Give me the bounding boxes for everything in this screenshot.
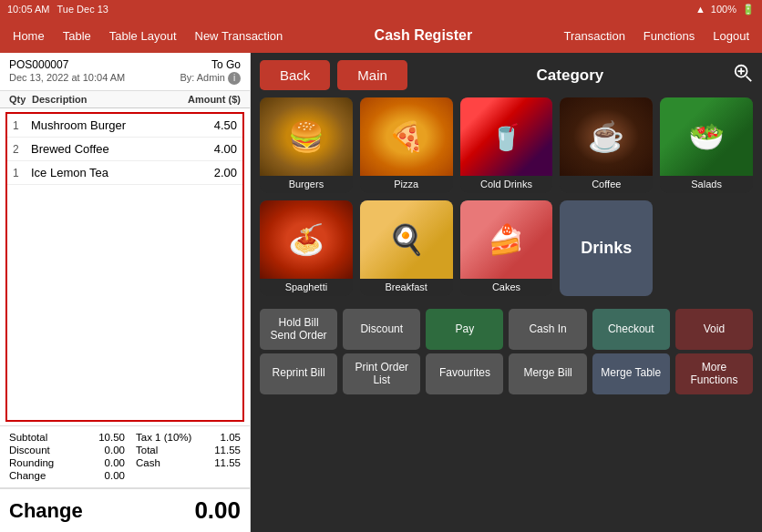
order-item-2[interactable]: 2 Brewed Coffee 4.00: [7, 138, 242, 161]
to-go-label: To Go: [211, 58, 241, 71]
merge-table-button[interactable]: Merge Table: [592, 353, 670, 394]
total-value: 11.55: [214, 445, 241, 455]
nav-title: Cash Register: [375, 27, 473, 44]
header-qty: Qty: [9, 94, 32, 105]
info-icon[interactable]: i: [228, 72, 241, 85]
burgers-image: 🍔: [260, 97, 353, 176]
checkout-button[interactable]: Checkout: [592, 309, 670, 350]
pay-button[interactable]: Pay: [426, 309, 503, 350]
tax-label: Tax 1 (10%): [136, 432, 191, 443]
nav-bar: Home Table Table Layout New Transaction …: [0, 18, 762, 53]
spaghetti-image: 🍝: [260, 200, 353, 279]
discount-button[interactable]: Discount: [343, 309, 420, 350]
status-date: Tue Dec 13: [57, 4, 108, 15]
item1-amount: 4.50: [187, 118, 237, 132]
category-grid-row1: 🍔 Burgers 🍕 Pizza 🥤 Cold Drinks ☕ Coffee…: [251, 97, 762, 200]
status-time: 10:05 AM: [7, 4, 49, 15]
order-item-3[interactable]: 1 Ice Lemon Tea 2.00: [7, 161, 242, 185]
order-footer: Subtotal 10.50 Discount 0.00 Rounding 0.…: [0, 425, 250, 487]
cakes-label: Cakes: [460, 279, 553, 296]
main-button[interactable]: Main: [337, 60, 407, 90]
salads-label: Salads: [660, 176, 753, 193]
nav-table[interactable]: Table: [61, 26, 93, 46]
category-cold-drinks[interactable]: 🥤 Cold Drinks: [460, 97, 553, 193]
category-coffee[interactable]: ☕ Coffee: [560, 97, 653, 193]
spaghetti-label: Spaghetti: [260, 279, 353, 296]
status-bar: 10:05 AM Tue Dec 13 ▲ 100% 🔋: [0, 0, 762, 18]
header-amount: Amount ($): [181, 94, 241, 105]
total-label: Total: [136, 445, 158, 455]
category-drinks[interactable]: Drinks: [560, 200, 653, 296]
change-footer-value: 0.00: [105, 470, 125, 481]
burgers-label: Burgers: [260, 176, 353, 193]
header-desc: Description: [32, 94, 181, 105]
item2-amount: 4.00: [187, 142, 237, 156]
empty-cell: [660, 200, 753, 296]
breakfast-image: 🍳: [360, 200, 453, 279]
category-title: Category: [415, 66, 726, 85]
top-buttons: Back Main Category: [251, 53, 762, 97]
drinks-label: Drinks: [581, 239, 632, 258]
category-salads[interactable]: 🥗 Salads: [660, 97, 753, 193]
action-buttons-row2: Reprint Bill Print Order List Favourites…: [251, 353, 762, 400]
nav-right: Transaction Functions Logout: [561, 26, 751, 46]
category-pizza[interactable]: 🍕 Pizza: [360, 97, 453, 193]
item3-qty: 1: [13, 167, 31, 179]
void-button[interactable]: Void: [675, 309, 753, 350]
nav-logout[interactable]: Logout: [711, 26, 751, 46]
category-breakfast[interactable]: 🍳 Breakfast: [360, 200, 453, 296]
print-order-list-button[interactable]: Print Order List: [343, 353, 420, 394]
cold-drinks-label: Cold Drinks: [460, 176, 553, 193]
order-item-1[interactable]: 1 Mushroom Burger 4.50: [7, 114, 242, 138]
item3-desc: Ice Lemon Tea: [31, 166, 187, 179]
right-panel: Back Main Category 🍔 Burgers 🍕 Pizza: [251, 53, 762, 532]
order-date: Dec 13, 2022 at 10:04 AM: [9, 72, 125, 85]
change-value: 0.00: [194, 496, 241, 525]
nav-left: Home Table Table Layout New Transaction: [11, 26, 284, 46]
pizza-label: Pizza: [360, 176, 453, 193]
merge-bill-button[interactable]: Merge Bill: [509, 353, 586, 394]
category-grid-row2: 🍝 Spaghetti 🍳 Breakfast 🍰 Cakes Drinks: [251, 200, 762, 303]
search-icon-button[interactable]: [733, 63, 753, 87]
back-button[interactable]: Back: [260, 60, 330, 90]
item1-desc: Mushroom Burger: [31, 118, 187, 132]
cash-label: Cash: [136, 457, 160, 468]
nav-transaction[interactable]: Transaction: [561, 26, 626, 46]
change-label: Change: [9, 499, 83, 523]
battery-level: 100%: [711, 4, 736, 15]
pizza-image: 🍕: [360, 97, 453, 176]
action-buttons-row1: Hold Bill Send Order Discount Pay Cash I…: [251, 303, 762, 353]
cash-value: 11.55: [214, 457, 241, 468]
category-cakes[interactable]: 🍰 Cakes: [460, 200, 553, 296]
hold-bill-button[interactable]: Hold Bill Send Order: [260, 309, 337, 350]
nav-functions[interactable]: Functions: [642, 26, 696, 46]
category-spaghetti[interactable]: 🍝 Spaghetti: [260, 200, 353, 296]
tax-value: 1.05: [221, 432, 241, 443]
wifi-icon: ▲: [695, 4, 705, 15]
more-functions-button[interactable]: More Functions: [675, 353, 753, 394]
coffee-label: Coffee: [560, 176, 653, 193]
item1-qty: 1: [13, 119, 31, 132]
svg-line-1: [747, 77, 752, 82]
nav-home[interactable]: Home: [11, 26, 46, 46]
reprint-bill-button[interactable]: Reprint Bill: [260, 353, 337, 394]
discount-value: 0.00: [105, 445, 125, 455]
cash-in-button[interactable]: Cash In: [509, 309, 586, 350]
breakfast-label: Breakfast: [360, 279, 453, 296]
favourites-button[interactable]: Favourites: [426, 353, 503, 394]
subtotal-value: 10.50: [98, 432, 125, 443]
order-items: 1 Mushroom Burger 4.50 2 Brewed Coffee 4…: [5, 112, 244, 422]
item2-desc: Brewed Coffee: [31, 142, 187, 156]
nav-new-transaction[interactable]: New Transaction: [193, 26, 285, 46]
salads-image: 🥗: [660, 97, 753, 176]
coffee-image: ☕: [560, 97, 653, 176]
nav-table-layout[interactable]: Table Layout: [108, 26, 179, 46]
cold-drinks-image: 🥤: [460, 97, 553, 176]
rounding-label: Rounding: [9, 457, 54, 468]
order-header: POS000007 To Go Dec 13, 2022 at 10:04 AM…: [0, 53, 250, 91]
item2-qty: 2: [13, 143, 31, 156]
order-table-header: Qty Description Amount ($): [0, 91, 250, 108]
main-layout: POS000007 To Go Dec 13, 2022 at 10:04 AM…: [0, 53, 762, 532]
category-burgers[interactable]: 🍔 Burgers: [260, 97, 353, 193]
rounding-value: 0.00: [105, 457, 125, 468]
